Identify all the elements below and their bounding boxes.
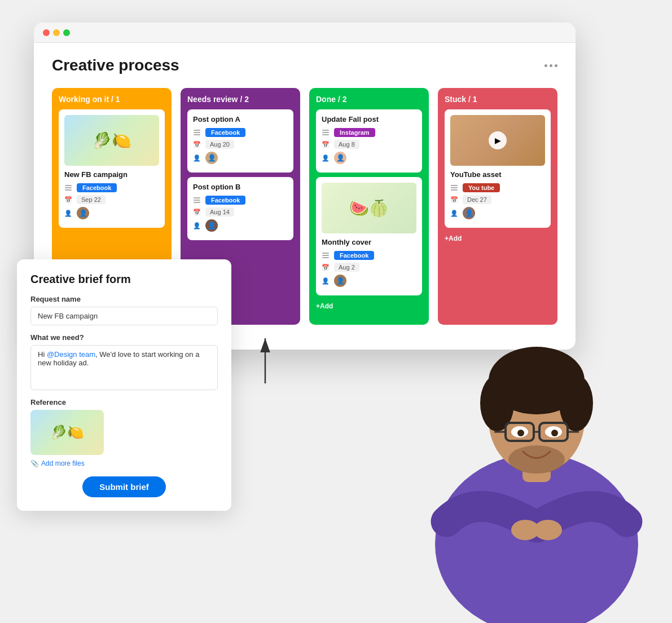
avatar-b: 👤 [205, 219, 218, 232]
card-youtube-asset[interactable]: ▶ YouTube asset You tube 📅 Dec 27 [445, 109, 551, 228]
page-title: Creative process [52, 56, 179, 74]
card-row-date-a: 📅 Aug 20 [193, 140, 288, 149]
card-new-fb[interactable]: New FB campaign Facebook 📅 Sep 22 👤 👤 [59, 109, 165, 228]
card-row-tag-a: Facebook [193, 128, 288, 137]
card-row-avatar-monthly: 👤 👤 [322, 275, 416, 287]
play-icon: ▶ [489, 131, 507, 149]
submit-brief-button[interactable]: Submit brief [82, 476, 166, 497]
traffic-lights [43, 29, 70, 36]
reference-image: 🥬🍋 [30, 410, 104, 455]
tag-facebook-monthly[interactable]: Facebook [334, 251, 374, 260]
card-row-date-b: 📅 Aug 14 [193, 207, 288, 216]
minimize-button[interactable] [53, 29, 60, 36]
calendar-icon-fall: 📅 [322, 140, 330, 148]
calendar-icon-monthly: 📅 [322, 263, 330, 271]
svg-point-16 [508, 445, 565, 474]
request-name-input[interactable] [30, 307, 218, 325]
creative-brief-form: Creative brief form Request name documen… [17, 259, 231, 511]
card-title-monthly: Monthly cover [322, 238, 416, 246]
person-icon: 👤 [64, 209, 72, 217]
card-row-tag-b: Facebook [193, 196, 288, 205]
tag-facebook[interactable]: Facebook [77, 183, 117, 192]
card-update-fall[interactable]: Update Fall post Instagram 📅 Aug 8 👤 👤 [316, 109, 422, 173]
close-button[interactable] [43, 29, 50, 36]
card-date-monthly: Aug 2 [334, 263, 359, 272]
card-row-tag-youtube: You tube [450, 183, 545, 192]
person-icon-monthly: 👤 [322, 277, 330, 285]
svg-point-18 [534, 520, 562, 540]
card-row-date-fall: 📅 Aug 8 [322, 140, 416, 149]
card-image-food [64, 115, 159, 166]
card-title-post-b: Post option B [193, 183, 288, 191]
person-icon-fall: 👤 [322, 154, 330, 162]
maximize-button[interactable] [63, 29, 70, 36]
card-title-post-a: Post option A [193, 115, 288, 123]
add-files-text: Add more files [41, 459, 85, 467]
card-row-tag: Facebook [64, 183, 159, 192]
form-title: Creative brief form [30, 273, 218, 286]
person-icon-b: 👤 [193, 222, 201, 229]
tag-facebook-b[interactable]: Facebook [205, 196, 245, 205]
person-figure [412, 285, 661, 623]
add-stuck-button[interactable]: +Add [445, 232, 551, 245]
tag-instagram[interactable]: Instagram [334, 128, 375, 137]
person-icon-youtube: 👤 [450, 209, 458, 217]
card-image-youtube: ▶ [450, 115, 545, 166]
card-post-option-b[interactable]: Post option B Facebook 📅 Aug 14 👤 👤 [187, 177, 293, 240]
tag-youtube[interactable]: You tube [463, 183, 500, 192]
svg-point-15 [551, 430, 558, 436]
card-date-youtube: Dec 27 [463, 195, 491, 204]
reference-label: Reference [30, 398, 218, 407]
card-row-avatar-a: 👤 👤 [193, 152, 288, 164]
svg-point-14 [517, 430, 524, 436]
calendar-icon-b: 📅 [193, 208, 201, 216]
lines-icon-b [193, 196, 201, 204]
what-label: What we need? [30, 333, 218, 342]
card-row-date-monthly: 📅 Aug 2 [322, 263, 416, 272]
page-header: Creative process [52, 56, 557, 74]
calendar-icon-a: 📅 [193, 140, 201, 148]
card-title-youtube: YouTube asset [450, 170, 545, 179]
lines-icon-youtube [450, 184, 458, 192]
avatar-a: 👤 [205, 152, 218, 164]
add-done-button[interactable]: +Add [316, 300, 422, 312]
avatar-fall: 👤 [334, 152, 346, 164]
card-date: Sep 22 [77, 195, 106, 204]
lines-icon-a [193, 129, 201, 136]
calendar-icon: 📅 [64, 196, 72, 204]
card-row-date-youtube: 📅 Dec 27 [450, 195, 545, 204]
arrow-connector [243, 333, 288, 389]
col-header-done: Done / 2 [316, 95, 422, 104]
card-image-watermelon: 🍉🍈 [322, 183, 416, 233]
card-row-avatar-b: 👤 👤 [193, 219, 288, 232]
card-title-new-fb: New FB campaign [64, 170, 159, 179]
column-done: Done / 2 Update Fall post Instagram 📅 Au… [309, 88, 429, 325]
person-icon-a: 👤 [193, 154, 201, 162]
request-name-label: Request name [30, 295, 218, 303]
lines-icon [64, 184, 72, 192]
add-files-link[interactable]: 📎 Add more files [30, 459, 218, 467]
more-options-button[interactable] [544, 64, 557, 67]
calendar-icon-youtube: 📅 [450, 196, 458, 204]
col-header-needs: Needs review / 2 [187, 95, 293, 104]
card-row-date: 📅 Sep 22 [64, 195, 159, 204]
avatar-youtube: 👤 [463, 207, 475, 219]
card-date-fall: Aug 8 [334, 140, 359, 149]
card-date-a: Aug 20 [205, 140, 234, 149]
tag-facebook-a[interactable]: Facebook [205, 128, 245, 137]
card-row-avatar: 👤 👤 [64, 207, 159, 219]
card-post-option-a[interactable]: Post option A Facebook 📅 Aug 20 👤 👤 [187, 109, 293, 173]
what-textarea[interactable]: Hi @Design team, We'd love to start work… [30, 345, 218, 390]
card-title-fall: Update Fall post [322, 115, 416, 123]
lines-icon-monthly [322, 251, 330, 259]
browser-titlebar [34, 23, 576, 43]
col-header-working: Working on it / 1 [59, 95, 165, 104]
mention-design-team: @Design team [47, 350, 95, 359]
avatar-monthly: 👤 [334, 275, 346, 287]
avatar: 👤 [77, 207, 89, 219]
card-row-avatar-youtube: 👤 👤 [450, 207, 545, 219]
lines-icon-fall [322, 129, 330, 136]
card-row-avatar-fall: 👤 👤 [322, 152, 416, 164]
paperclip-icon: 📎 [30, 459, 39, 467]
card-monthly-cover[interactable]: 🍉🍈 Monthly cover Facebook 📅 Aug 2 [316, 177, 422, 295]
